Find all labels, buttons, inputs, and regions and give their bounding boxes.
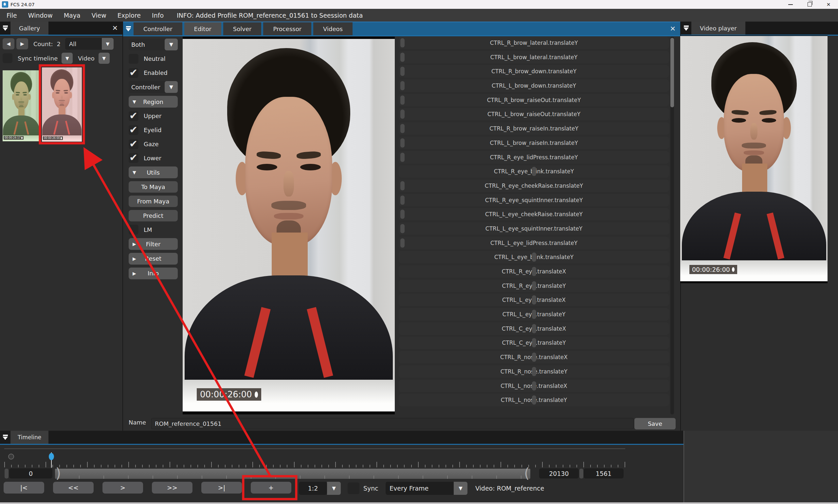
param-row[interactable]: CTRL_L_eye.translateX	[399, 294, 669, 306]
fast-forward-button[interactable]: >>	[152, 482, 192, 493]
sync-timeline-dropdown-icon[interactable]: ▼	[62, 53, 73, 64]
param-slider-handle[interactable]	[400, 95, 405, 105]
range-grip-start-icon[interactable]: )	[54, 467, 63, 480]
param-row[interactable]: CTRL_R_nose.translateX	[399, 351, 669, 363]
controller-close-icon[interactable]: ✕	[665, 22, 680, 35]
tab-timeline[interactable]: Timeline	[11, 431, 49, 444]
param-row[interactable]: CTRL_L_brow_raiseOut.translateY	[399, 108, 669, 120]
lower-checkbox[interactable]	[129, 153, 138, 163]
tab-controller[interactable]: Controller	[134, 22, 182, 35]
param-row[interactable]: CTRL_L_nose.translateY	[399, 394, 669, 406]
param-row[interactable]: CTRL_L_eye_squintInner.translateY	[399, 222, 669, 235]
param-slider-handle[interactable]	[532, 267, 536, 276]
jump-end-button[interactable]: >|	[201, 482, 242, 493]
upper-checkbox[interactable]	[129, 111, 138, 121]
playhead-handle[interactable]	[49, 453, 54, 460]
param-row[interactable]: CTRL_R_brow_raiseOut.translateY	[399, 94, 669, 106]
scrollbar-thumb[interactable]	[670, 38, 674, 107]
tab-solver[interactable]: Solver	[223, 22, 262, 35]
menu-item-window[interactable]: Window	[28, 12, 53, 19]
param-row[interactable]: CTRL_R_eye_blink.translateY	[399, 165, 669, 178]
param-slider-handle[interactable]	[400, 53, 405, 62]
gallery-thumbnail-selected[interactable]: 00:00:26:00	[42, 67, 82, 142]
reset-expander[interactable]: ▶Reset	[129, 253, 178, 265]
minimize-button[interactable]	[781, 0, 800, 9]
param-row[interactable]: CTRL_R_eye_lidPress.translateY	[399, 151, 669, 164]
param-slider-handle[interactable]	[532, 367, 536, 376]
param-row[interactable]: CTRL_R_eye.translateX	[399, 265, 669, 278]
param-row[interactable]: CTRL_R_brow_down.translateY	[399, 65, 669, 77]
param-slider-handle[interactable]	[400, 124, 405, 133]
param-slider-handle[interactable]	[532, 381, 536, 391]
fast-back-button[interactable]: <<	[53, 482, 93, 493]
controller-select[interactable]: Controller▼	[129, 81, 178, 93]
param-row[interactable]: CTRL_L_brow_down.translateY	[399, 79, 669, 92]
param-row[interactable]: CTRL_R_eye_squintInner.translateY	[399, 194, 669, 206]
menu-item-info[interactable]: Info	[152, 12, 164, 19]
menu-item-file[interactable]: File	[6, 12, 17, 19]
param-row[interactable]: CTRL_C_eye.translateX	[399, 323, 669, 335]
param-slider-handle[interactable]	[400, 210, 405, 219]
predict-button[interactable]: Predict	[129, 210, 178, 221]
to-maya-button[interactable]: To Maya	[129, 181, 178, 193]
param-row[interactable]: CTRL_R_eye_cheekRaise.translateY	[399, 180, 669, 192]
param-row[interactable]: CTRL_L_eye_cheekRaise.translateY	[399, 208, 669, 220]
param-list-scrollbar[interactable]	[670, 37, 674, 414]
both-dropdown-icon[interactable]: ▼	[165, 39, 178, 50]
close-button[interactable]: ✕	[819, 0, 838, 9]
param-slider-handle[interactable]	[400, 153, 405, 162]
param-slider-handle[interactable]	[532, 252, 536, 262]
tab-video-player[interactable]: Video player	[691, 22, 745, 35]
eyelid-checkbox[interactable]	[129, 125, 138, 135]
range-left-grip[interactable]	[4, 469, 8, 479]
param-slider-handle[interactable]	[400, 38, 405, 48]
param-row[interactable]: CTRL_R_nose.translateY	[399, 365, 669, 378]
gallery-filter-select[interactable]: All	[65, 38, 102, 50]
param-slider-handle[interactable]	[532, 324, 536, 333]
gallery-video-dropdown-icon[interactable]: ▼	[99, 53, 110, 64]
controller-dropdown-icon[interactable]: ▼	[165, 81, 178, 93]
timeline-scroll-track[interactable]	[55, 469, 530, 479]
timeline-ruler-ticks[interactable]	[0, 461, 629, 467]
sync-checkbox[interactable]	[348, 482, 360, 494]
param-row[interactable]: CTRL_L_eye_blink.translateY	[399, 251, 669, 263]
param-slider-handle[interactable]	[532, 338, 536, 347]
tab-editor[interactable]: Editor	[184, 22, 221, 35]
step-dropdown-icon[interactable]: ▼	[327, 482, 341, 495]
param-slider-handle[interactable]	[400, 110, 405, 119]
jump-start-button[interactable]: |<	[4, 482, 44, 493]
profile-name-input[interactable]	[151, 418, 634, 429]
enabled-checkbox[interactable]	[129, 68, 138, 78]
range-grip-end-icon[interactable]: (	[522, 467, 530, 480]
timeline-filter-icon[interactable]	[0, 431, 11, 444]
from-maya-button[interactable]: From Maya	[129, 196, 178, 207]
current-frame-field[interactable]: 1561	[584, 468, 624, 479]
param-row[interactable]: CTRL_L_brow_raiseIn.translateY	[399, 137, 669, 149]
param-row[interactable]: CTRL_L_nose.translateX	[399, 380, 669, 392]
gallery-thumbnail[interactable]: 00:00:24:17	[3, 70, 40, 141]
lm-checkbox[interactable]	[129, 225, 138, 234]
param-row[interactable]: CTRL_R_eye.translateY	[399, 280, 669, 292]
param-slider-handle[interactable]	[400, 138, 405, 147]
menu-item-explore[interactable]: Explore	[118, 12, 141, 19]
param-row[interactable]: CTRL_L_eye.translateY	[399, 308, 669, 321]
menu-item-maya[interactable]: Maya	[64, 12, 81, 19]
param-slider-handle[interactable]	[532, 281, 536, 290]
tab-videos[interactable]: Videos	[313, 22, 352, 35]
controller-filter-icon[interactable]	[123, 22, 134, 35]
frame-mode-select[interactable]: Every Frame	[386, 482, 458, 495]
add-profile-button[interactable]: +	[251, 482, 291, 493]
step-select[interactable]: 1:2	[299, 482, 327, 495]
tab-processor[interactable]: Processor	[263, 22, 311, 35]
gaze-checkbox[interactable]	[129, 139, 138, 149]
gallery-next-button[interactable]: ▶	[16, 38, 28, 49]
param-slider-handle[interactable]	[400, 81, 405, 90]
frame-mode-dropdown-icon[interactable]: ▼	[454, 482, 468, 495]
range-start-field[interactable]: 0	[9, 468, 52, 479]
info-expander[interactable]: ▶Info	[129, 268, 178, 279]
param-slider-handle[interactable]	[532, 295, 536, 305]
param-slider-handle[interactable]	[400, 224, 405, 233]
param-slider-handle[interactable]	[532, 310, 536, 319]
menu-item-view[interactable]: View	[92, 12, 106, 19]
video-player-filter-icon[interactable]	[681, 22, 691, 35]
